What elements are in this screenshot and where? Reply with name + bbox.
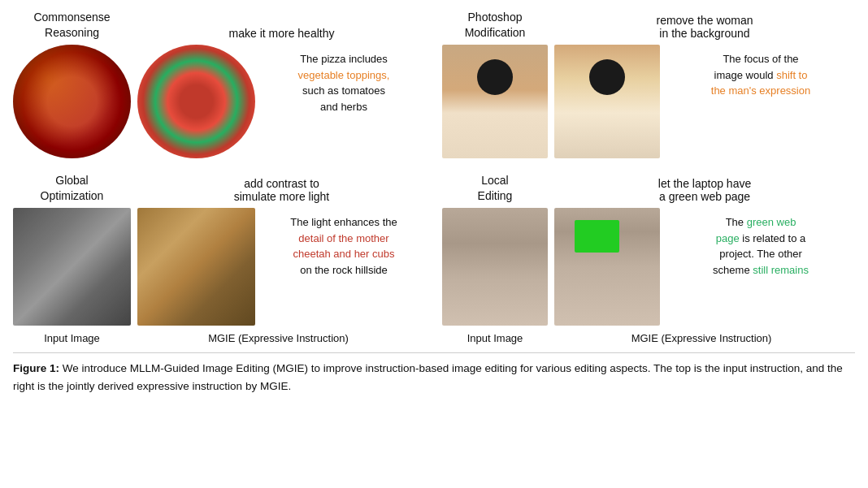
local-editing-instruction: let the laptop have a green web page: [554, 177, 855, 203]
orange-text-2: detail of the mother: [298, 232, 388, 244]
right-input-label: Input Image: [442, 332, 548, 344]
local-editing-label: Local Editing: [442, 173, 548, 203]
laptop-input-image: [442, 208, 548, 326]
person-input-image: [442, 45, 548, 158]
left-top-section: Commonsense Reasoning make it more healt…: [13, 10, 426, 158]
global-opt-label: Global Optimization: [13, 173, 131, 203]
right-bottom-section: Local Editing let the laptop have a gree…: [442, 173, 855, 344]
commonsense-instruction: make it more healthy: [137, 27, 426, 40]
laptop-output-image: [554, 208, 660, 326]
orange-text-5: the man's expression: [711, 84, 810, 97]
photoshop-reasoning-text: The focus of the image would shift to th…: [666, 45, 855, 106]
left-input-label: Input Image: [13, 332, 131, 344]
global-opt-reasoning-text: The light enhances the detail of the mot…: [262, 208, 426, 284]
cheetah-output-image: [137, 208, 255, 326]
orange-text-4: shift to: [776, 69, 807, 81]
content-grid: Commonsense Reasoning make it more healt…: [13, 10, 855, 344]
orange-text-1: vegetable toppings,: [298, 69, 390, 81]
right-bottom-labels: Input Image MGIE (Expressive Instruction…: [442, 332, 855, 344]
right-mgie-label: MGIE (Expressive Instruction): [548, 332, 855, 344]
person-output-image: [554, 45, 660, 158]
local-editing-reasoning-text: The green web page is related to a proje…: [666, 208, 855, 284]
green-text-3: still remains: [753, 264, 809, 276]
left-mgie-label: MGIE (Expressive Instruction): [131, 332, 426, 344]
photoshop-images-row: The focus of the image would shift to th…: [442, 45, 855, 158]
green-text-2: page: [716, 232, 740, 244]
commonsense-label: Commonsense Reasoning: [13, 10, 131, 40]
green-text-1: green web: [747, 216, 796, 228]
photoshop-label: Photoshop Modification: [442, 10, 548, 40]
pizza-input-image: [13, 45, 131, 158]
pizza-output-image: [137, 45, 255, 158]
local-editing-images-row: The green web page is related to a proje…: [442, 208, 855, 326]
figure-caption: Figure 1: We introduce MLLM-Guided Image…: [13, 352, 855, 395]
global-opt-images-row: The light enhances the detail of the mot…: [13, 208, 426, 326]
right-half: Photoshop Modification remove the woman …: [442, 10, 855, 344]
main-container: Commonsense Reasoning make it more healt…: [13, 10, 855, 395]
global-opt-instruction: add contrast to simulate more light: [137, 177, 426, 203]
caption-bold: Figure 1:: [13, 362, 59, 374]
commonsense-reasoning-text: The pizza includes vegetable toppings, s…: [262, 45, 426, 121]
commonsense-images-row: The pizza includes vegetable toppings, s…: [13, 45, 426, 158]
orange-text-3: cheetah and her cubs: [293, 248, 394, 260]
photoshop-instruction: remove the woman in the background: [554, 14, 855, 40]
cheetah-input-image: [13, 208, 131, 326]
caption-text: We introduce MLLM-Guided Image Editing (…: [13, 362, 843, 392]
left-bottom-labels: Input Image MGIE (Expressive Instruction…: [13, 332, 426, 344]
left-half: Commonsense Reasoning make it more healt…: [13, 10, 426, 344]
right-top-section: Photoshop Modification remove the woman …: [442, 10, 855, 158]
left-bottom-section: Global Optimization add contrast to simu…: [13, 173, 426, 344]
